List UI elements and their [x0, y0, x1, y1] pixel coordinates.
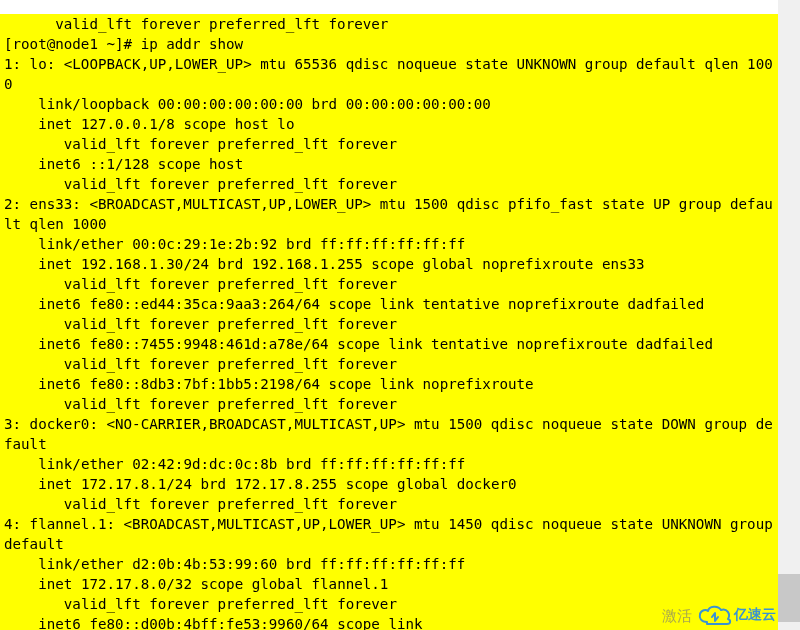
output-line: valid_lft forever preferred_lft forever	[4, 16, 388, 32]
output-line: inet 192.168.1.30/24 brd 192.168.1.255 s…	[4, 256, 645, 272]
output-line: inet6 fe80::d00b:4bff:fe53:9960/64 scope…	[4, 616, 423, 630]
output-line: 3: docker0: <NO-CARRIER,BROADCAST,MULTIC…	[4, 416, 773, 452]
output-line: valid_lft forever preferred_lft forever	[4, 496, 397, 512]
output-line: link/loopback 00:00:00:00:00:00 brd 00:0…	[4, 96, 491, 112]
output-line: valid_lft forever preferred_lft forever	[4, 136, 397, 152]
output-line: valid_lft forever preferred_lft forever	[4, 596, 397, 612]
output-line: inet6 fe80::7455:9948:461d:a78e/64 scope…	[4, 336, 713, 352]
output-line: link/ether 00:0c:29:1e:2b:92 brd ff:ff:f…	[4, 236, 465, 252]
output-line: 1: lo: <LOOPBACK,UP,LOWER_UP> mtu 65536 …	[4, 56, 773, 92]
scrollbar-thumb[interactable]	[778, 574, 800, 622]
output-line: valid_lft forever preferred_lft forever	[4, 176, 397, 192]
output-line: inet 127.0.0.1/8 scope host lo	[4, 116, 294, 132]
output-line: inet 172.17.8.1/24 brd 172.17.8.255 scop…	[4, 476, 517, 492]
terminal-container: valid_lft forever preferred_lft forever …	[0, 0, 800, 630]
terminal-output[interactable]: valid_lft forever preferred_lft forever …	[0, 14, 778, 630]
output-line: valid_lft forever preferred_lft forever	[4, 396, 397, 412]
output-line: inet6 ::1/128 scope host	[4, 156, 243, 172]
output-line: inet6 fe80::ed44:35ca:9aa3:264/64 scope …	[4, 296, 704, 312]
output-line: link/ether 02:42:9d:dc:0c:8b brd ff:ff:f…	[4, 456, 465, 472]
output-line: 2: ens33: <BROADCAST,MULTICAST,UP,LOWER_…	[4, 196, 773, 232]
output-line: inet 172.17.8.0/32 scope global flannel.…	[4, 576, 388, 592]
output-line: link/ether d2:0b:4b:53:99:60 brd ff:ff:f…	[4, 556, 465, 572]
output-line: valid_lft forever preferred_lft forever	[4, 356, 397, 372]
output-line: 4: flannel.1: <BROADCAST,MULTICAST,UP,LO…	[4, 516, 778, 552]
command-line: [root@node1 ~]# ip addr show	[4, 36, 243, 52]
output-line: inet6 fe80::8db3:7bf:1bb5:2198/64 scope …	[4, 376, 534, 392]
output-line: valid_lft forever preferred_lft forever	[4, 276, 397, 292]
output-line: valid_lft forever preferred_lft forever	[4, 316, 397, 332]
scrollbar-track[interactable]	[778, 0, 800, 630]
